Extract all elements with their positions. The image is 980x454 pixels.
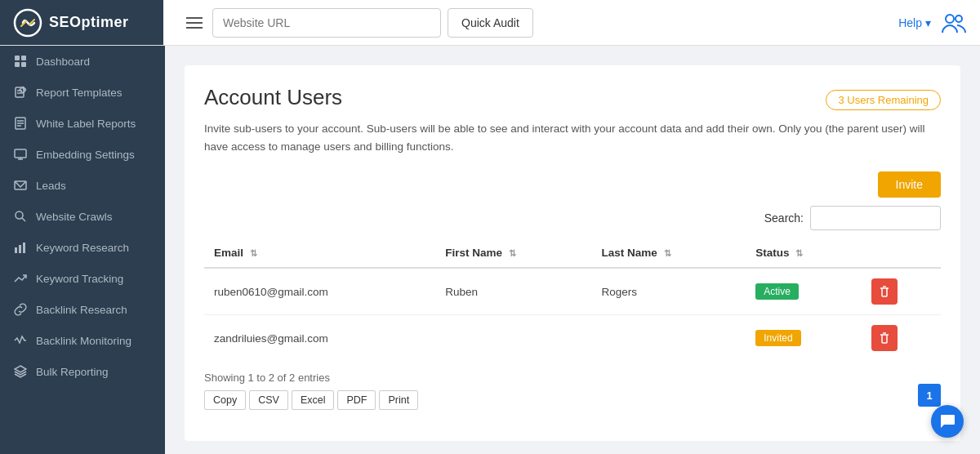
bar-chart-icon (13, 240, 28, 255)
cell-last-name: Rogers (592, 268, 746, 315)
topbar: SEOptimer Quick Audit Help ▾ (0, 0, 980, 46)
hamburger-button[interactable] (183, 14, 206, 32)
export-excel-button[interactable]: Excel (292, 390, 335, 410)
topbar-right: Help ▾ (898, 11, 967, 34)
cell-status: Invited (746, 315, 862, 362)
sidebar-label-dashboard: Dashboard (36, 56, 90, 68)
sidebar-item-report-templates[interactable]: Report Templates (0, 77, 165, 108)
chat-fab-button[interactable] (931, 405, 964, 438)
cell-first-name (435, 315, 591, 362)
delete-user-button[interactable] (871, 278, 898, 305)
svg-rect-3 (15, 56, 20, 60)
svg-marker-24 (15, 366, 26, 372)
delete-user-button[interactable] (871, 325, 898, 351)
svg-rect-15 (15, 149, 26, 158)
search-label: Search: (764, 211, 804, 225)
link-icon (13, 302, 28, 317)
export-pdf-button[interactable]: PDF (337, 390, 376, 410)
sidebar-item-white-label[interactable]: White Label Reports (0, 108, 165, 139)
sidebar-item-backlink-monitoring[interactable]: Backlink Monitoring (0, 325, 165, 356)
file-text-icon (13, 116, 28, 131)
sidebar-item-bulk-reporting[interactable]: Bulk Reporting (0, 356, 165, 387)
cell-email: ruben0610@gmail.com (204, 268, 435, 315)
cell-last-name (592, 315, 746, 362)
users-icon (941, 11, 967, 34)
status-badge: Active (755, 283, 799, 300)
logo-area: SEOptimer (0, 0, 163, 45)
export-csv-button[interactable]: CSV (249, 390, 288, 410)
svg-rect-22 (19, 245, 21, 253)
col-last-name[interactable]: Last Name ⇅ (592, 238, 746, 268)
entries-info: Showing 1 to 2 of 2 entries (204, 372, 330, 384)
sidebar-label-keyword-tracking: Keyword Tracking (36, 273, 123, 285)
cell-email: zandriluies@gmail.com (204, 315, 435, 362)
users-remaining-badge: 3 Users Remaining (826, 90, 941, 110)
col-first-name[interactable]: First Name ⇅ (435, 238, 591, 268)
action-row: Invite (204, 171, 941, 198)
export-copy-button[interactable]: Copy (204, 390, 246, 410)
page-description: Invite sub-users to your account. Sub-us… (204, 120, 939, 155)
col-email[interactable]: Email ⇅ (204, 238, 435, 268)
table-row: ruben0610@gmail.com Ruben Rogers Active (204, 268, 941, 315)
content-area: Account Users 3 Users Remaining Invite s… (165, 46, 980, 454)
sidebar-item-keyword-tracking[interactable]: Keyword Tracking (0, 263, 165, 294)
col-actions (862, 238, 941, 268)
sidebar-item-embedding[interactable]: Embedding Settings (0, 139, 165, 170)
sort-icon-email: ⇅ (250, 248, 257, 258)
users-table: Email ⇅ First Name ⇅ Last Name ⇅ Statu (204, 238, 941, 361)
sidebar-label-website-crawls: Website Crawls (36, 211, 113, 223)
sort-icon-status: ⇅ (795, 248, 803, 258)
user-menu-button[interactable] (941, 11, 967, 34)
sidebar-label-backlink-monitoring: Backlink Monitoring (36, 335, 131, 347)
export-buttons: Copy CSV Excel PDF Print (204, 390, 418, 410)
trending-up-icon (13, 271, 28, 286)
svg-rect-23 (23, 243, 25, 253)
monitor-icon (13, 147, 28, 162)
svg-point-19 (16, 211, 23, 219)
svg-rect-6 (21, 62, 26, 67)
quick-audit-button[interactable]: Quick Audit (448, 8, 533, 38)
content-card: Account Users 3 Users Remaining Invite s… (185, 65, 960, 441)
sidebar-item-backlink-research[interactable]: Backlink Research (0, 294, 165, 325)
page-title: Account Users (204, 85, 342, 110)
sidebar-item-keyword-research[interactable]: Keyword Research (0, 232, 165, 263)
page-1-button[interactable]: 1 (918, 384, 941, 407)
cell-delete (862, 315, 941, 362)
edit-icon (13, 85, 28, 100)
chevron-down-icon: ▾ (925, 16, 931, 29)
sidebar-label-report-templates: Report Templates (36, 87, 122, 99)
cell-delete (862, 268, 941, 315)
grid-icon (13, 54, 28, 69)
layers-icon (13, 364, 28, 379)
page-title-row: Account Users 3 Users Remaining (204, 85, 941, 110)
svg-rect-4 (21, 56, 26, 60)
logo-text: SEOptimer (49, 14, 129, 31)
trash-icon (879, 332, 890, 344)
pagination-row: 1 (918, 384, 941, 407)
svg-point-1 (946, 15, 954, 23)
sidebar-label-leads: Leads (36, 180, 66, 192)
sidebar-item-website-crawls[interactable]: Website Crawls (0, 201, 165, 232)
search-input[interactable] (810, 206, 941, 230)
sidebar-label-bulk-reporting: Bulk Reporting (36, 366, 109, 378)
invite-button[interactable]: Invite (878, 171, 941, 198)
svg-rect-21 (15, 247, 17, 253)
export-print-button[interactable]: Print (379, 390, 418, 410)
sidebar: Dashboard Report Templates White Label R… (0, 46, 165, 454)
col-status[interactable]: Status ⇅ (746, 238, 862, 268)
help-button[interactable]: Help ▾ (898, 16, 931, 29)
cell-status: Active (746, 268, 862, 315)
sidebar-item-leads[interactable]: Leads (0, 170, 165, 201)
trash-icon (879, 286, 890, 297)
sidebar-label-embedding: Embedding Settings (36, 149, 135, 161)
sidebar-item-dashboard[interactable]: Dashboard (0, 46, 165, 77)
svg-rect-5 (15, 62, 20, 67)
sort-icon-last-name: ⇅ (664, 248, 671, 258)
table-footer: Showing 1 to 2 of 2 entries Copy CSV Exc… (204, 371, 941, 410)
activity-icon (13, 333, 28, 348)
topbar-middle: Quick Audit (173, 8, 889, 38)
url-input[interactable] (212, 8, 441, 38)
cell-first-name: Ruben (435, 268, 591, 315)
chat-icon (939, 413, 956, 430)
mail-icon (13, 178, 28, 193)
